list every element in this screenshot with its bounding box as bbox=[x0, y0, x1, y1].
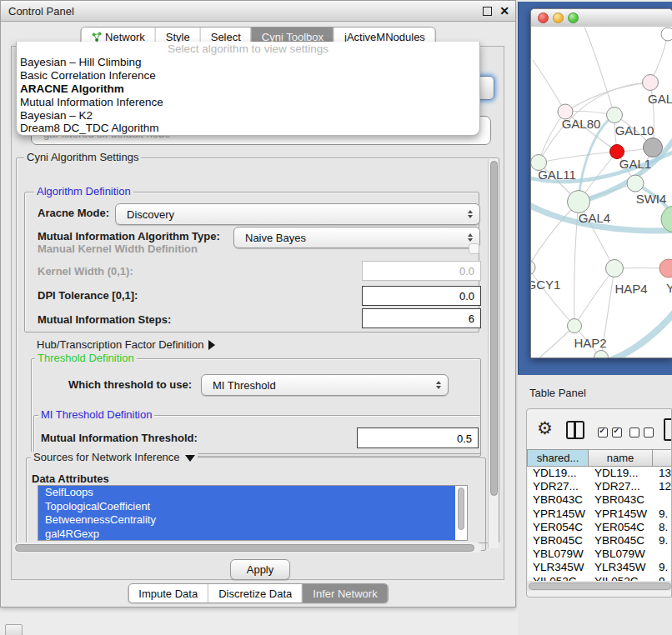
table-row[interactable]: YPR145WYPR145W9. bbox=[528, 508, 672, 521]
table-scrollbar-thumb[interactable] bbox=[529, 582, 671, 590]
algorithm-option-dream8-dc-tdc-algorithm[interactable]: Dream8 DC_TDC Algorithm bbox=[17, 122, 479, 135]
table-row[interactable]: YDL19...YDL19...13 bbox=[528, 467, 672, 480]
table-body: YDL19...YDL19...13YDR27...YDR27...12YBR0… bbox=[528, 467, 672, 582]
mi-steps-input[interactable]: 6 bbox=[362, 308, 481, 328]
network-node-gal[interactable] bbox=[643, 75, 659, 91]
network-node[interactable] bbox=[644, 138, 663, 158]
table-cell: YBR043C bbox=[528, 493, 589, 507]
network-node-swi4[interactable] bbox=[627, 175, 644, 192]
mi-threshold-definition-title: MI Threshold Definition bbox=[38, 409, 154, 421]
settings-horizontal-scrollbar[interactable] bbox=[13, 542, 482, 552]
float-window-icon[interactable] bbox=[483, 7, 492, 16]
table-row[interactable]: YBR043CYBR043C bbox=[528, 493, 672, 507]
table-cell: YBL079W bbox=[528, 548, 589, 561]
mi-threshold-label: Mutual Information Threshold: bbox=[41, 432, 198, 444]
mi-threshold-input[interactable]: 0.5 bbox=[357, 428, 479, 448]
aracne-mode-label: Aracne Mode: bbox=[38, 207, 109, 219]
which-threshold-select[interactable]: MI Threshold bbox=[201, 374, 449, 396]
kernel-width-input[interactable]: 0.0 bbox=[362, 261, 481, 281]
network-node[interactable] bbox=[661, 28, 672, 41]
horizontal-scrollbar-thumb[interactable] bbox=[15, 544, 474, 552]
select-all-checkbox-icon[interactable] bbox=[598, 428, 622, 438]
network-window-titlebar[interactable] bbox=[531, 9, 672, 28]
network-edge[interactable] bbox=[533, 60, 565, 112]
table-horizontal-scrollbar[interactable] bbox=[527, 581, 672, 591]
algorithm-definition-title: Algorithm Definition bbox=[34, 186, 133, 198]
table-cell: YBL079W bbox=[589, 548, 654, 561]
close-traffic-light-icon[interactable] bbox=[538, 12, 549, 23]
table-row[interactable]: YDR27...YDR27...12 bbox=[528, 480, 672, 493]
attribute-item-gal4rgexp[interactable]: gal4RGexp bbox=[38, 528, 455, 541]
network-node-hap4[interactable] bbox=[606, 260, 624, 278]
column-header-shared[interactable]: shared... bbox=[527, 449, 589, 467]
column-header-2[interactable] bbox=[653, 449, 672, 467]
control-panel-titlebar[interactable]: Control Panel ✕ bbox=[1, 1, 515, 22]
manual-kernel-checkbox[interactable] bbox=[469, 243, 479, 254]
algorithm-option-bayesian-hill-climbing[interactable]: Bayesian – Hill Climbing bbox=[17, 56, 479, 69]
close-icon[interactable]: ✕ bbox=[499, 5, 509, 17]
network-edge[interactable] bbox=[565, 82, 650, 112]
column-layout-icon[interactable] bbox=[566, 421, 584, 439]
algorithm-option-mutual-information-inference[interactable]: Mutual Information Inference bbox=[17, 96, 479, 109]
network-node-y[interactable] bbox=[659, 259, 672, 278]
table-cell bbox=[654, 548, 672, 561]
network-edge[interactable] bbox=[574, 268, 614, 326]
settings-group-title: Cyni Algorithm Settings bbox=[24, 152, 141, 163]
table-file-icon[interactable] bbox=[664, 418, 672, 441]
table-row[interactable]: YLR345WYLR345W9. bbox=[528, 561, 672, 574]
algorithm-option-bayesian-k2[interactable]: Bayesian – K2 bbox=[17, 109, 479, 122]
attribute-item-topologicalcoefficient[interactable]: TopologicalCoefficient bbox=[38, 500, 455, 514]
attribute-item-betweennesscentrality[interactable]: BetweennessCentrality bbox=[38, 513, 455, 528]
mi-algorithm-type-select[interactable]: Naive Bayes bbox=[233, 227, 480, 248]
minimize-traffic-light-icon[interactable] bbox=[553, 12, 564, 23]
vertical-scrollbar-thumb[interactable] bbox=[490, 161, 498, 496]
table-cell: YER054C bbox=[528, 521, 589, 534]
table-cell: 13 bbox=[654, 467, 672, 480]
aracne-mode-select[interactable]: Discovery bbox=[115, 203, 480, 225]
table-row[interactable]: YBL079WYBL079W bbox=[528, 548, 672, 561]
tab-impute-data[interactable]: Impute Data bbox=[128, 584, 208, 602]
tab-label: Discretize Data bbox=[218, 588, 292, 600]
list-scrollbar-thumb[interactable] bbox=[458, 488, 464, 530]
network-view-panel: GALGAL80GAL10GAL1SWI4GAL11GAL4GCY1HAP4YH… bbox=[518, 2, 672, 375]
collapsed-panel-button[interactable] bbox=[5, 624, 23, 635]
table-header: shared...name bbox=[527, 449, 672, 467]
threshold-definition-title: Threshold Definition bbox=[35, 352, 137, 364]
network-node-gcy1[interactable] bbox=[531, 260, 535, 275]
zoom-traffic-light-icon[interactable] bbox=[568, 12, 579, 23]
network-edge[interactable] bbox=[539, 152, 617, 162]
apply-button[interactable]: Apply bbox=[230, 559, 290, 580]
which-threshold-label: Which threshold to use: bbox=[68, 378, 192, 391]
network-window[interactable]: GALGAL80GAL10GAL1SWI4GAL11GAL4GCY1HAP4YH… bbox=[530, 8, 672, 358]
network-node-gal4[interactable] bbox=[568, 191, 590, 213]
tab-infer-network[interactable]: Infer Network bbox=[302, 584, 387, 602]
tab-discretize-data[interactable]: Discretize Data bbox=[208, 584, 302, 602]
table-cell: YPR145W bbox=[528, 508, 589, 521]
attribute-item-selfloops[interactable]: SelfLoops bbox=[38, 486, 455, 500]
network-node-hap2[interactable] bbox=[568, 319, 582, 333]
table-cell: 12 bbox=[654, 480, 672, 493]
tab-label: Infer Network bbox=[313, 588, 377, 600]
network-edge-thick[interactable] bbox=[611, 308, 672, 358]
deselect-all-checkbox-icon[interactable] bbox=[629, 428, 654, 438]
hub-definition-toggle[interactable]: Hub/Transcription Factor Definition bbox=[37, 338, 215, 351]
node-label: GAL1 bbox=[619, 157, 651, 171]
data-attributes-list[interactable]: SelfLoopsTopologicalCoefficientBetweenne… bbox=[38, 485, 468, 541]
network-node-gal10[interactable] bbox=[607, 108, 623, 123]
network-edge[interactable] bbox=[584, 27, 614, 115]
data-attributes-label: Data Attributes bbox=[32, 472, 109, 485]
stepper-icon bbox=[463, 209, 478, 219]
settings-gear-icon[interactable]: ⚙ bbox=[537, 419, 553, 437]
network-edge[interactable] bbox=[531, 268, 574, 326]
table-row[interactable]: YBR045CYBR045C9. bbox=[528, 534, 672, 548]
dpi-tolerance-input[interactable]: 0.0 bbox=[362, 286, 481, 306]
panel-title: Control Panel bbox=[8, 5, 74, 18]
column-header-name[interactable]: name bbox=[589, 449, 653, 467]
settings-vertical-scrollbar[interactable] bbox=[488, 159, 499, 548]
table-row[interactable]: YER054CYER054C8. bbox=[528, 521, 672, 534]
network-canvas[interactable]: GALGAL80GAL10GAL1SWI4GAL11GAL4GCY1HAP4YH… bbox=[531, 27, 672, 358]
algorithm-option-aracne-algorithm[interactable]: ARACNE Algorithm bbox=[17, 82, 479, 96]
manual-kernel-label: Manual Kernel Width Definition bbox=[38, 242, 198, 255]
sources-group-title[interactable]: Sources for Network Inference bbox=[31, 452, 198, 463]
algorithm-option-basic-correlation-inference[interactable]: Basic Correlation Inference bbox=[17, 69, 479, 82]
